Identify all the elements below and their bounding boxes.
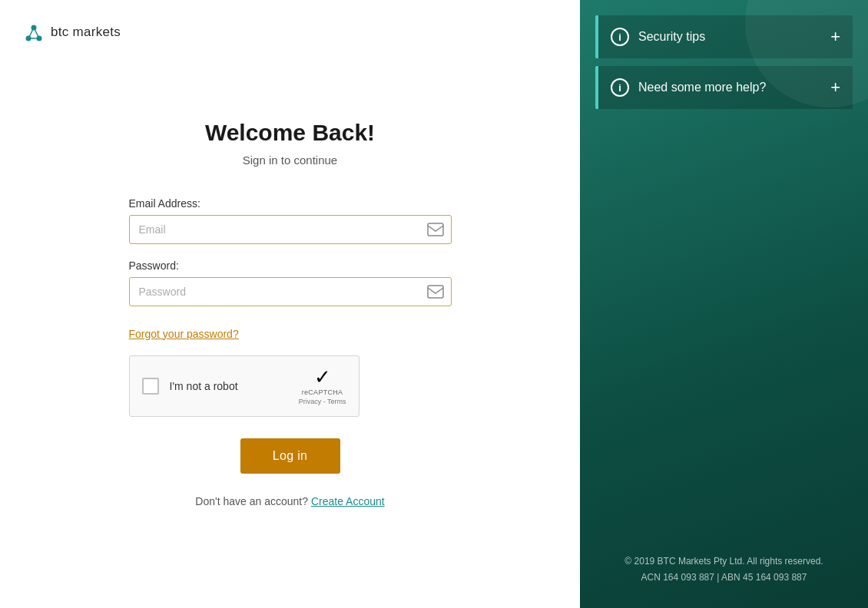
email-group: Email Address: [129,197,452,244]
welcome-subtitle: Sign in to continue [243,154,337,167]
password-label: Password: [129,259,452,272]
right-panel: i Security tips + i Need some more help?… [580,0,868,608]
recaptcha-brand: reCAPTCHA [302,388,343,396]
footer-acn: ACN 164 093 887 | ABN 45 164 093 887 [580,570,868,585]
footer-copyright: © 2019 BTC Markets Pty Ltd. All rights r… [580,553,868,569]
recaptcha-links: Privacy - Terms [299,398,346,405]
email-input[interactable] [129,215,452,244]
create-account-text: Don't have an account? Create Account [195,495,384,507]
login-button[interactable]: Log in [240,438,340,474]
forgot-password-link[interactable]: Forgot your password? [129,328,452,340]
security-tips-info-icon: i [611,28,629,46]
form-area: Welcome Back! Sign in to continue Email … [0,64,580,608]
recaptcha-logo: ✓ reCAPTCHA Privacy - Terms [299,367,346,405]
svg-rect-6 [428,223,443,236]
email-icon [427,223,444,236]
recaptcha-checkbox[interactable] [142,378,159,395]
password-icon [427,285,444,299]
right-footer: © 2019 BTC Markets Pty Ltd. All rights r… [580,553,868,585]
password-input-wrapper [129,277,452,306]
logo-text: btc markets [51,25,121,40]
btc-markets-logo-icon [23,21,45,43]
svg-line-4 [34,28,39,38]
svg-line-3 [28,28,34,38]
email-label: Email Address: [129,197,452,210]
create-account-link[interactable]: Create Account [311,495,385,507]
welcome-title: Welcome Back! [205,120,375,146]
password-input[interactable] [129,277,452,306]
recaptcha-area: I'm not a robot ✓ reCAPTCHA Privacy - Te… [129,355,452,417]
help-info-icon: i [611,78,629,97]
recaptcha-logo-icon: ✓ [314,367,331,387]
left-panel: btc markets Welcome Back! Sign in to con… [0,0,580,608]
recaptcha-box[interactable]: I'm not a robot ✓ reCAPTCHA Privacy - Te… [129,355,359,417]
email-input-wrapper [129,215,452,244]
recaptcha-label: I'm not a robot [170,380,288,392]
svg-rect-7 [428,286,443,298]
password-group: Password: [129,259,452,306]
logo-area: btc markets [0,0,144,64]
no-account-label: Don't have an account? [195,495,308,507]
